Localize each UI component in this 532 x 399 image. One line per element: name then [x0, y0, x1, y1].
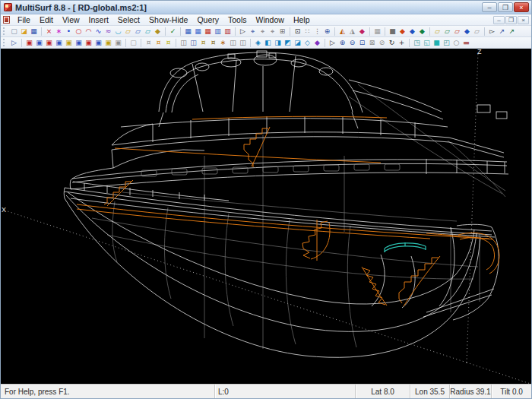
view-left-icon[interactable]: ◪ [293, 38, 302, 48]
list-icon[interactable]: ▥ [213, 27, 223, 36]
edit-surface-icon[interactable]: ▣ [84, 38, 93, 48]
menu-show-hide[interactable]: Show-Hide [144, 15, 192, 25]
render-display-icon[interactable]: ◰ [442, 38, 451, 48]
contours-icon[interactable]: ◆ [417, 27, 427, 36]
transform-icon[interactable]: ◆ [357, 27, 367, 36]
perspective-display-icon[interactable]: ○ [451, 38, 461, 48]
select-point-icon[interactable]: ⌖ [248, 27, 258, 36]
view-pointer-icon[interactable]: ▷ [328, 38, 337, 48]
digitize-icon[interactable]: ∷ [302, 27, 312, 36]
drag-point-icon[interactable]: ↗ [497, 27, 507, 36]
select-arrow-icon[interactable]: ▷ [238, 27, 248, 36]
menu-file[interactable]: File [13, 15, 35, 25]
edit-bead-icon[interactable]: ▣ [34, 38, 44, 48]
surface-yellow-icon[interactable]: ▱ [123, 27, 133, 36]
menu-query[interactable]: Query [192, 15, 223, 25]
edit-snake-icon[interactable]: ▣ [74, 38, 84, 48]
zoom-window-icon[interactable]: ⊡ [357, 38, 367, 48]
save-icon[interactable]: ▦ [29, 27, 39, 36]
view-front-icon[interactable]: ◈ [253, 38, 263, 48]
minimize-button[interactable]: – [482, 2, 497, 12]
close-button[interactable]: × [514, 2, 529, 12]
name-view-icon[interactable]: ⊡ [293, 27, 302, 36]
edit-ring-icon[interactable]: ▣ [44, 38, 54, 48]
magnet-icon[interactable]: ◠ [84, 27, 93, 36]
grid-icon[interactable]: ▦ [372, 27, 382, 36]
orientation-icon[interactable]: ◭ [337, 27, 347, 36]
mdi-minimize-button[interactable]: – [493, 16, 505, 24]
new-file-icon[interactable]: ▢ [9, 27, 19, 36]
shaded-display-icon[interactable]: ◱ [422, 38, 432, 48]
render-red-icon[interactable]: ▱ [452, 27, 462, 36]
entities-table-icon[interactable]: ▦ [183, 27, 193, 36]
show-all-bulb-icon[interactable]: ¤ [163, 38, 173, 48]
select-all-icon[interactable]: ⊞ [277, 27, 287, 36]
render-gold-icon[interactable]: ▱ [432, 27, 442, 36]
zoom-in-icon[interactable]: ⊕ [337, 38, 347, 48]
view-right-icon[interactable]: ◇ [302, 38, 312, 48]
arc-icon[interactable]: ◡ [113, 27, 123, 36]
mdi-close-button[interactable]: × [518, 16, 529, 24]
measure-icon[interactable]: ⋮ [312, 27, 322, 36]
pan-view-icon[interactable]: + [397, 38, 407, 48]
drag-curve-icon[interactable]: ↗ [507, 27, 517, 36]
variables-table-icon[interactable]: ▦ [193, 27, 203, 36]
projected-point-icon[interactable]: ∗ [54, 27, 64, 36]
render-gray-icon[interactable]: ▱ [472, 27, 482, 36]
background-display-icon[interactable]: ▬ [461, 38, 471, 48]
menu-tools[interactable]: Tools [223, 15, 252, 25]
ring-icon[interactable]: ○ [74, 27, 84, 36]
menu-select[interactable]: Select [113, 15, 144, 25]
edit-point-icon[interactable]: ▣ [24, 38, 34, 48]
toolbar-grip[interactable] [3, 27, 7, 35]
edit-solid-icon[interactable]: ▣ [93, 38, 103, 48]
select-surface-icon[interactable]: ⌖ [268, 27, 277, 36]
viewport-3d[interactable]: X Y Z [1, 49, 531, 384]
mdi-restore-button[interactable]: ❐ [505, 16, 517, 24]
menu-view[interactable]: View [58, 15, 84, 25]
surface-blue-icon[interactable]: ▱ [133, 27, 143, 36]
menu-window[interactable]: Window [252, 15, 289, 25]
hide-bulb-icon[interactable]: ¤ [144, 38, 154, 48]
view-bottom-icon[interactable]: ◩ [283, 38, 293, 48]
surface-cyan-icon[interactable]: ▱ [143, 27, 153, 36]
show-children-icon[interactable]: ◫ [238, 38, 248, 48]
restore-button[interactable]: ❐ [498, 2, 513, 12]
bead-icon[interactable]: • [64, 27, 74, 36]
show-parents-icon[interactable]: ◫ [228, 38, 238, 48]
block-icon[interactable]: ■ [388, 27, 397, 36]
menu-edit[interactable]: Edit [35, 15, 58, 25]
rotate-view-icon[interactable]: ↻ [387, 38, 397, 48]
check-model-icon[interactable]: ✓ [168, 27, 178, 36]
open-file-icon[interactable]: ◪ [19, 27, 29, 36]
hide-unselected-icon[interactable]: ¤ [198, 38, 208, 48]
menu-help[interactable]: Help [289, 15, 315, 25]
toggle-visibility-icon[interactable]: ¤ [208, 38, 218, 48]
show-selected-icon[interactable]: ◫ [188, 38, 198, 48]
edit-curve-icon[interactable]: ▣ [64, 38, 74, 48]
menu-insert[interactable]: Insert [84, 15, 113, 25]
zoom-extents-icon[interactable]: ⊠ [367, 38, 377, 48]
render-blue-icon[interactable]: ◆ [462, 27, 472, 36]
errors-table-icon[interactable]: ▦ [203, 27, 213, 36]
edit-plane-icon[interactable]: ▣ [103, 38, 113, 48]
report-icon[interactable]: ▥ [223, 27, 233, 36]
mirror-icon[interactable]: ◮ [347, 27, 357, 36]
selection-mode-icon[interactable]: ▷ [9, 38, 19, 48]
edit-pointer-icon[interactable]: ▻ [487, 27, 497, 36]
hide-selected-icon[interactable]: ◫ [179, 38, 188, 48]
porcupine-icon[interactable]: ◆ [407, 27, 417, 36]
snake-icon[interactable]: ≈ [103, 27, 113, 36]
zoom-previous-icon[interactable]: ⊘ [377, 38, 387, 48]
select-curve-icon[interactable]: ⌖ [258, 27, 268, 36]
curvature-icon[interactable]: ◆ [397, 27, 407, 36]
mdi-document-icon[interactable] [3, 16, 10, 24]
hidden-line-display-icon[interactable]: ■ [432, 38, 442, 48]
solid-icon[interactable]: ◆ [153, 27, 163, 36]
point-icon[interactable]: × [44, 27, 54, 36]
view-back-icon[interactable]: ◧ [263, 38, 273, 48]
edit-magnet-icon[interactable]: ▣ [54, 38, 64, 48]
refresh-visibility-icon[interactable]: ∗ [218, 38, 228, 48]
reorder-icon[interactable]: ▢ [128, 38, 138, 48]
edit-frame-icon[interactable]: ▣ [113, 38, 123, 48]
